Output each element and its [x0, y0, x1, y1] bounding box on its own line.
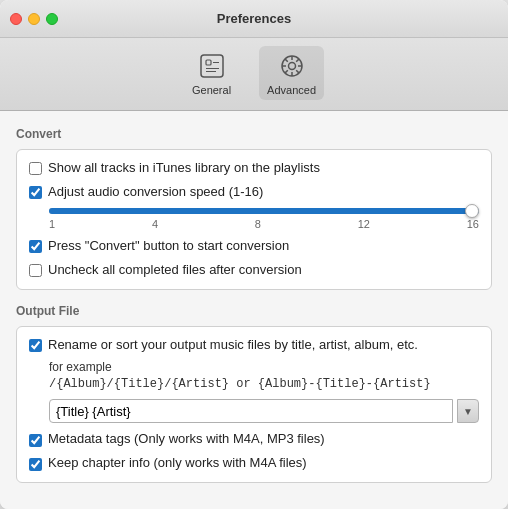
rename-sort-row: Rename or sort your output music files b…: [29, 337, 479, 354]
advanced-label: Advanced: [267, 84, 316, 96]
output-section-box: Rename or sort your output music files b…: [16, 326, 492, 484]
press-convert-label: Press "Convert" button to start conversi…: [48, 238, 289, 255]
adjust-audio-label: Adjust audio conversion speed (1-16): [48, 184, 263, 201]
format-input-row: ▼: [49, 399, 479, 423]
slider-label-12: 12: [358, 218, 370, 230]
convert-section-title: Convert: [16, 127, 492, 141]
svg-line-14: [284, 70, 287, 73]
traffic-lights: [10, 13, 58, 25]
speed-slider-container: 1 4 8 12 16: [49, 208, 479, 230]
output-section-title: Output File: [16, 304, 492, 318]
keep-chapter-checkbox[interactable]: [29, 458, 42, 471]
uncheck-completed-row: Uncheck all completed files after conver…: [29, 262, 479, 279]
format-text-input[interactable]: [49, 399, 453, 423]
metadata-tags-label: Metadata tags (Only works with M4A, MP3 …: [48, 431, 325, 448]
slider-label-16: 16: [467, 218, 479, 230]
toolbar-item-general[interactable]: General: [184, 46, 239, 100]
toolbar-item-advanced[interactable]: Advanced: [259, 46, 324, 100]
slider-label-8: 8: [255, 218, 261, 230]
metadata-tags-row: Metadata tags (Only works with M4A, MP3 …: [29, 431, 479, 448]
metadata-tags-checkbox[interactable]: [29, 434, 42, 447]
svg-rect-0: [201, 55, 223, 77]
close-button[interactable]: [10, 13, 22, 25]
general-label: General: [192, 84, 231, 96]
rename-sort-label: Rename or sort your output music files b…: [48, 337, 418, 354]
advanced-icon: [276, 50, 308, 82]
svg-point-6: [288, 63, 295, 70]
press-convert-row: Press "Convert" button to start conversi…: [29, 238, 479, 255]
general-icon: [196, 50, 228, 82]
slider-labels: 1 4 8 12 16: [49, 218, 479, 230]
slider-label-4: 4: [152, 218, 158, 230]
maximize-button[interactable]: [46, 13, 58, 25]
keep-chapter-label: Keep chapter info (only works with M4A f…: [48, 455, 307, 472]
preferences-window: Preferences General: [0, 0, 508, 509]
example-label: for example: [49, 360, 479, 374]
slider-thumb[interactable]: [465, 204, 479, 218]
show-all-tracks-row: Show all tracks in iTunes library on the…: [29, 160, 479, 177]
adjust-audio-checkbox[interactable]: [29, 186, 42, 199]
slider-label-1: 1: [49, 218, 55, 230]
minimize-button[interactable]: [28, 13, 40, 25]
uncheck-completed-label: Uncheck all completed files after conver…: [48, 262, 302, 279]
rename-sort-checkbox[interactable]: [29, 339, 42, 352]
convert-section-box: Show all tracks in iTunes library on the…: [16, 149, 492, 290]
keep-chapter-row: Keep chapter info (only works with M4A f…: [29, 455, 479, 472]
svg-line-13: [296, 59, 299, 62]
toolbar: General Advanced: [0, 38, 508, 111]
slider-track: [49, 208, 479, 214]
svg-line-11: [284, 59, 287, 62]
uncheck-completed-checkbox[interactable]: [29, 264, 42, 277]
press-convert-checkbox[interactable]: [29, 240, 42, 253]
titlebar: Preferences: [0, 0, 508, 38]
window-title: Preferences: [217, 11, 291, 26]
format-dropdown-button[interactable]: ▼: [457, 399, 479, 423]
svg-line-12: [296, 70, 299, 73]
slider-fill: [49, 208, 479, 214]
adjust-audio-row: Adjust audio conversion speed (1-16): [29, 184, 479, 201]
show-all-tracks-label: Show all tracks in iTunes library on the…: [48, 160, 320, 177]
example-code: /{Album}/{Title}/{Artist} or {Album}-{Ti…: [49, 377, 479, 391]
content-area: Convert Show all tracks in iTunes librar…: [0, 111, 508, 509]
svg-rect-1: [206, 60, 211, 65]
show-all-tracks-checkbox[interactable]: [29, 162, 42, 175]
